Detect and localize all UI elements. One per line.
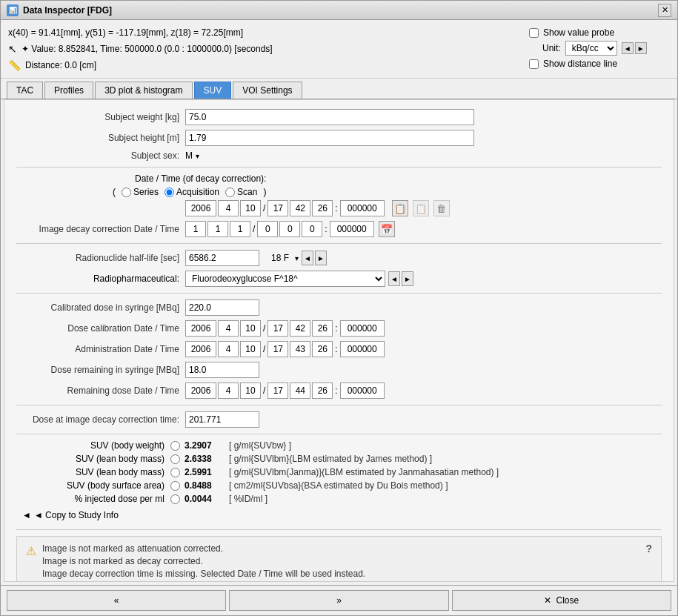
decay-date-row: / : 📋 📋 🗑: [16, 200, 662, 216]
admin-day-input[interactable]: [240, 341, 261, 357]
remaining-hour-input[interactable]: [267, 382, 288, 399]
tab-suv[interactable]: SUV: [194, 82, 232, 99]
help-button[interactable]: ?: [645, 543, 652, 554]
pharma-nav: ◄ ►: [388, 271, 413, 286]
image-decay-sec-input[interactable]: [302, 221, 322, 237]
nuclide-prev-button[interactable]: ◄: [302, 251, 313, 265]
dose-cal-year-input[interactable]: [185, 320, 216, 337]
dose-remaining-input[interactable]: [185, 362, 259, 378]
image-decay-ms-input[interactable]: [330, 221, 374, 237]
decay-day-input[interactable]: [240, 200, 261, 216]
decay-sec-input[interactable]: [312, 200, 333, 216]
tab-profiles[interactable]: Profiles: [44, 82, 93, 99]
remaining-sec-input[interactable]: [312, 382, 333, 399]
remaining-year-input[interactable]: [185, 382, 216, 399]
radionuclide-input[interactable]: [185, 250, 259, 266]
nuclide-dropdown-arrow[interactable]: ▾: [295, 254, 299, 262]
admin-min-input[interactable]: [290, 341, 310, 357]
image-decay-year-input[interactable]: [185, 221, 206, 237]
calibrated-dose-input[interactable]: [185, 299, 259, 316]
radio-acquisition[interactable]: [164, 188, 174, 197]
suv-id-label: % injected dose per ml: [16, 494, 164, 504]
next-button[interactable]: »: [229, 590, 448, 611]
remaining-ms-input[interactable]: [340, 382, 385, 399]
dose-cal-min-input[interactable]: [290, 320, 310, 337]
radio-series-label: Series: [122, 187, 159, 197]
radio-acquisition-text: Acquisition: [176, 187, 219, 197]
decay-ms-input[interactable]: [340, 200, 385, 216]
unit-next-button[interactable]: ►: [635, 42, 647, 54]
remaining-day-input[interactable]: [240, 382, 261, 399]
radio-scan[interactable]: [225, 188, 235, 197]
radiopharmaceutical-row: Radiopharmaceutical: Fluorodeoxyglucose …: [16, 271, 662, 287]
tab-3d-histogram[interactable]: 3D plot & histogram: [95, 82, 192, 99]
nuclide-next-button[interactable]: ►: [315, 251, 327, 265]
dose-cal-sec-input[interactable]: [312, 320, 333, 337]
tab-voi-settings[interactable]: VOI Settings: [233, 82, 302, 99]
pharma-prev-button[interactable]: ◄: [388, 271, 400, 286]
admin-month-input[interactable]: [218, 341, 239, 357]
subject-sex-label: Subject sex:: [16, 150, 179, 161]
nuclide-name: 18 F: [271, 253, 289, 263]
admin-hour-input[interactable]: [267, 341, 288, 357]
nuclide-selector: 18 F ▾ ◄ ►: [271, 251, 327, 265]
remaining-date-row: Remaining dose Date / Time / :: [16, 382, 662, 399]
sex-value: M: [185, 150, 193, 161]
image-decay-day-input[interactable]: [230, 221, 250, 237]
value-row: ↖ ✦ Value: 8.852841, Time: 500000.0 (0.0…: [8, 41, 522, 57]
suv-lbm-janma-radio[interactable]: [170, 468, 180, 477]
show-value-probe-row: Show value probe: [529, 27, 662, 38]
dose-cal-hour-input[interactable]: [267, 320, 288, 337]
suv-id-unit: [ %ID/ml ]: [229, 494, 267, 504]
decay-date-icons: 📋 📋 🗑: [389, 200, 450, 216]
decay-min-input[interactable]: [290, 200, 310, 216]
dose-cal-day-input[interactable]: [240, 320, 261, 337]
dose-cal-fields: / :: [185, 320, 385, 337]
sex-dropdown-arrow[interactable]: ▾: [196, 152, 199, 160]
decay-paste-icon[interactable]: 📋: [413, 200, 429, 216]
decay-hour-input[interactable]: [267, 200, 288, 216]
suv-bsa-radio[interactable]: [170, 481, 180, 491]
suv-bsa-value: 0.8488: [185, 480, 229, 491]
decay-copy-icon[interactable]: 📋: [392, 200, 408, 216]
dose-remaining-label: Dose remaining in syringe [MBq]: [16, 365, 179, 375]
image-decay-min-input[interactable]: [279, 221, 300, 237]
pharma-next-button[interactable]: ►: [402, 271, 413, 286]
tab-tac[interactable]: TAC: [7, 82, 43, 99]
dose-cal-month-input[interactable]: [218, 320, 239, 337]
suv-lbm-janma-unit: [ g/ml{SUVlbm(Janma)}(LBM estimated by J…: [229, 467, 499, 477]
unit-prev-button[interactable]: ◄: [622, 42, 634, 54]
unit-select[interactable]: kBq/cc: [565, 41, 617, 56]
decay-clear-icon[interactable]: 🗑: [433, 200, 450, 216]
remaining-min-input[interactable]: [290, 382, 310, 399]
radio-series[interactable]: [122, 188, 131, 197]
decay-month-input[interactable]: [218, 200, 239, 216]
image-decay-calendar-icon[interactable]: 📅: [379, 221, 395, 237]
copy-to-study-info-button[interactable]: ◄ ◄ Copy to Study Info: [22, 507, 119, 523]
suv-bw-radio[interactable]: [170, 441, 180, 451]
suv-section: SUV (body weight) 3.2907 [ g/ml{SUVbw} ]…: [16, 440, 662, 504]
app-icon: 📊: [7, 4, 19, 16]
main-window: 📊 Data Inspector [FDG] ✕ x(40) = 91.41[m…: [0, 0, 678, 616]
dose-cal-ms-input[interactable]: [340, 320, 385, 337]
image-decay-hour-input[interactable]: [257, 221, 278, 237]
show-distance-line-checkbox[interactable]: [529, 59, 539, 69]
prev-button[interactable]: «: [7, 590, 226, 611]
admin-sec-input[interactable]: [312, 341, 333, 357]
dose-at-decay-input[interactable]: [185, 411, 259, 428]
suv-id-radio[interactable]: [170, 494, 180, 504]
calibrated-dose-label: Calibrated dose in syringe [MBq]: [16, 302, 179, 313]
bottom-bar: « » ✕ Close: [1, 585, 677, 615]
subject-height-input[interactable]: [185, 130, 474, 146]
radiopharmaceutical-select[interactable]: Fluorodeoxyglucose F^18^: [185, 271, 385, 287]
window-close-button[interactable]: ✕: [658, 4, 671, 17]
suv-lbm-james-radio[interactable]: [170, 454, 180, 464]
decay-year-input[interactable]: [185, 200, 216, 216]
image-decay-month-input[interactable]: [207, 221, 228, 237]
remaining-month-input[interactable]: [218, 382, 239, 399]
close-button[interactable]: ✕ Close: [452, 590, 671, 611]
admin-year-input[interactable]: [185, 341, 216, 357]
admin-ms-input[interactable]: [340, 341, 385, 357]
subject-weight-input[interactable]: [185, 109, 474, 125]
show-value-probe-checkbox[interactable]: [529, 28, 539, 38]
